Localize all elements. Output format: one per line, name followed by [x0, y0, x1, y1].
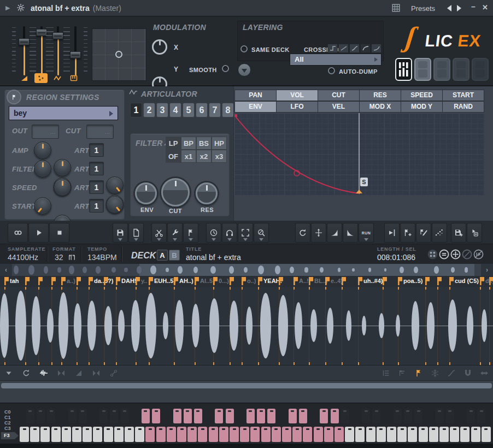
slice-marker-label[interactable]: cud (C5) [455, 278, 479, 284]
save-button[interactable] [113, 223, 128, 243]
cut-knob[interactable] [161, 178, 190, 207]
tab-rand[interactable]: RAND [443, 101, 484, 113]
save-as-button[interactable] [451, 223, 466, 243]
refresh-icon[interactable] [20, 367, 33, 379]
white-key[interactable] [408, 427, 417, 442]
white-key[interactable] [355, 427, 365, 442]
black-key-slice[interactable] [289, 409, 297, 423]
slice-marker-flag[interactable] [89, 277, 93, 285]
black-key[interactable] [99, 409, 108, 423]
black-key[interactable] [110, 409, 118, 423]
mod-x-knob[interactable] [152, 39, 167, 55]
slide-icon[interactable] [445, 367, 458, 379]
slice-marker-label[interactable]: 0...) [219, 278, 229, 284]
slice-marker-flag[interactable] [437, 277, 442, 285]
slice-marker-flag[interactable] [425, 277, 430, 285]
filter-of-button[interactable]: OF [166, 150, 181, 163]
slider-handle[interactable] [70, 51, 81, 58]
articulator-5-button[interactable]: 5 [183, 103, 195, 117]
black-key-slice[interactable] [320, 409, 328, 423]
headphones-button[interactable] [222, 223, 237, 243]
white-key[interactable] [125, 427, 134, 442]
preset-next-icon[interactable] [457, 5, 461, 11]
articulator-2-button[interactable]: 2 [143, 103, 155, 117]
tab-speed[interactable]: SPEED [401, 90, 443, 101]
snap-markers2-icon[interactable] [90, 367, 103, 379]
region-filter-knob-1[interactable] [34, 160, 51, 178]
preset-prev-icon[interactable] [447, 5, 451, 11]
white-key[interactable] [471, 427, 480, 442]
region-filter-art-number[interactable]: 1 [89, 162, 104, 175]
tab-pan[interactable]: PAN [234, 90, 277, 101]
same-deck-led[interactable] [240, 45, 248, 52]
black-key[interactable] [436, 409, 444, 423]
slice-marker-flag[interactable] [25, 277, 30, 285]
filter-bs-button[interactable]: BS [196, 137, 212, 150]
white-key-slice[interactable] [324, 427, 333, 442]
slice-marker-flag[interactable] [213, 277, 218, 285]
wrench-button[interactable] [167, 223, 183, 243]
deck-a-button[interactable]: A [157, 250, 168, 261]
out-target-box[interactable]: ... [32, 125, 59, 139]
white-key-slice[interactable] [198, 427, 207, 442]
snowflake-icon[interactable] [429, 367, 442, 379]
normalize-button[interactable] [311, 223, 326, 243]
dice-icon[interactable] [34, 73, 48, 83]
crossfade-hold-button[interactable] [327, 44, 338, 53]
filter-x3-button[interactable]: x3 [212, 150, 227, 163]
slice-marker-flag[interactable] [77, 277, 81, 285]
crossfade-s-curve-button[interactable] [349, 44, 360, 53]
slice-marker-label[interactable]: EUH..5) [154, 278, 175, 284]
black-key[interactable] [37, 409, 45, 423]
gear-icon[interactable] [16, 3, 25, 12]
white-key-slice[interactable] [167, 427, 176, 442]
stop-button[interactable] [49, 223, 69, 243]
slice-marker-flag[interactable] [195, 277, 199, 285]
export-button[interactable] [467, 223, 482, 243]
auto-dump-led[interactable] [328, 67, 335, 74]
white-key[interactable] [51, 427, 61, 442]
black-key-slice[interactable] [152, 409, 160, 423]
white-key[interactable] [83, 427, 92, 442]
play-button[interactable] [28, 223, 49, 243]
page-button-3[interactable] [433, 58, 450, 81]
dissolve-button[interactable] [432, 223, 447, 243]
white-key[interactable] [450, 427, 459, 442]
white-key-slice[interactable] [240, 427, 249, 442]
articulator-4-button[interactable]: 4 [169, 103, 181, 117]
overview-scroll-right-icon[interactable]: › [481, 264, 493, 276]
articulator-6-button[interactable]: 6 [196, 103, 208, 117]
slice-marker-label[interactable]: poa..5) [403, 278, 422, 284]
slice-marker-label[interactable]: A..! [299, 278, 309, 284]
white-key[interactable] [135, 427, 144, 442]
region-amp-knob-1[interactable] [34, 142, 51, 159]
white-key-slice[interactable] [187, 427, 197, 442]
slice-marker-flag[interactable] [309, 277, 313, 285]
articulator-7-button[interactable]: 7 [209, 103, 221, 117]
slice-marker-label[interactable]: DAH! [121, 278, 137, 284]
black-key-slice[interactable] [173, 409, 181, 423]
tab-env[interactable]: ENV [234, 101, 277, 113]
white-key-slice[interactable] [209, 427, 218, 442]
white-key[interactable] [93, 427, 102, 442]
slice-marker-flag[interactable] [398, 277, 402, 285]
slice-marker-flag[interactable] [358, 277, 362, 285]
slice-marker-flag[interactable] [116, 277, 120, 285]
white-key-slice[interactable] [177, 427, 186, 442]
tab-mod-y[interactable]: MOD Y [401, 101, 443, 113]
white-key-slice[interactable] [261, 427, 271, 442]
speed-circle-icon[interactable] [473, 249, 484, 260]
fade-corner-icon[interactable] [72, 367, 85, 379]
dropdown-arrow-icon[interactable] [2, 367, 15, 379]
black-key[interactable] [26, 409, 34, 423]
page-button-2[interactable] [414, 58, 431, 81]
black-key[interactable] [446, 409, 454, 423]
white-key[interactable] [387, 427, 396, 442]
deck-b-button[interactable]: B [169, 250, 180, 261]
slice-marker-label[interactable]: da..5?) [94, 278, 113, 284]
white-key[interactable] [62, 427, 71, 442]
layering-mode-dropdown[interactable]: All [290, 54, 382, 66]
articulator-8-button[interactable]: 8 [222, 103, 234, 117]
white-key-slice[interactable] [219, 427, 228, 442]
format-type-icon[interactable] [68, 254, 76, 261]
